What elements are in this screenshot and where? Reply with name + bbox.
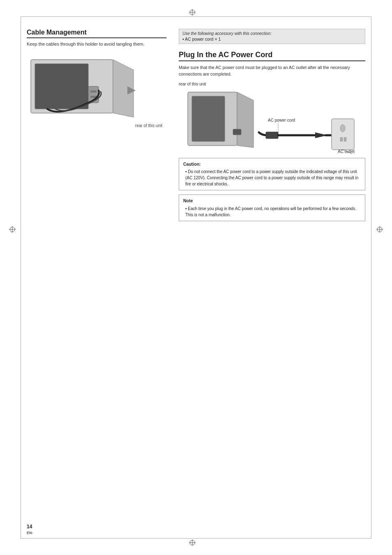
reg-mark-right <box>376 226 383 233</box>
caution-box: Caution: Do not connect the AC power cor… <box>179 158 365 191</box>
cable-management-image <box>27 51 146 121</box>
page-border-right <box>371 16 371 539</box>
content-area: Cable Management Keep the cables through… <box>27 25 365 530</box>
svg-text:AC outlet: AC outlet <box>338 149 355 154</box>
svg-rect-24 <box>332 119 354 150</box>
plug-diagram: AC power cord AC outlet <box>179 88 365 154</box>
note-list: Each time you plug in the AC power cord,… <box>183 206 361 218</box>
diagram-label: rear of this unit <box>179 82 365 86</box>
svg-rect-22 <box>233 129 241 135</box>
reg-mark-top <box>189 9 196 16</box>
right-column: Use the following accessory with this co… <box>179 25 365 530</box>
rear-label-left: rear of this unit <box>27 123 166 128</box>
accessory-title: Use the following accessory with this co… <box>182 31 362 36</box>
page-border-top <box>21 16 371 17</box>
svg-rect-20 <box>192 96 225 141</box>
reg-mark-left <box>9 226 16 233</box>
plug-description: Make sure that the AC power cord must be… <box>179 65 365 78</box>
caution-list: Do not connect the AC power cord to a po… <box>183 169 361 187</box>
accessory-item: • AC power cord × 1 <box>182 37 362 42</box>
accessory-box: Use the following accessory with this co… <box>179 29 365 44</box>
svg-point-25 <box>340 125 345 132</box>
svg-rect-26 <box>340 137 343 141</box>
svg-rect-15 <box>90 90 97 92</box>
note-item: Each time you plug in the AC power cord,… <box>185 206 361 218</box>
svg-rect-23 <box>266 132 278 139</box>
note-title: Note <box>183 198 361 204</box>
svg-rect-27 <box>344 137 346 141</box>
caution-title: Caution: <box>183 161 361 168</box>
cable-management-title: Cable Management <box>27 29 166 38</box>
page-number: 14 EN- <box>27 524 33 535</box>
cable-management-subtitle: Keep the cables through this holder to a… <box>27 42 166 46</box>
svg-text:AC power cord: AC power cord <box>268 118 295 123</box>
note-box: Note Each time you plug in the AC power … <box>179 194 365 221</box>
caution-item: Do not connect the AC power cord to a po… <box>185 169 361 187</box>
plug-section-title: Plug In the AC Power Cord <box>179 51 365 61</box>
page-border-bottom <box>21 538 371 539</box>
reg-mark-bottom <box>189 539 196 546</box>
svg-marker-21 <box>237 92 254 148</box>
page-border-left <box>21 16 21 539</box>
svg-rect-13 <box>35 64 88 109</box>
left-column: Cable Management Keep the cables through… <box>27 25 166 530</box>
